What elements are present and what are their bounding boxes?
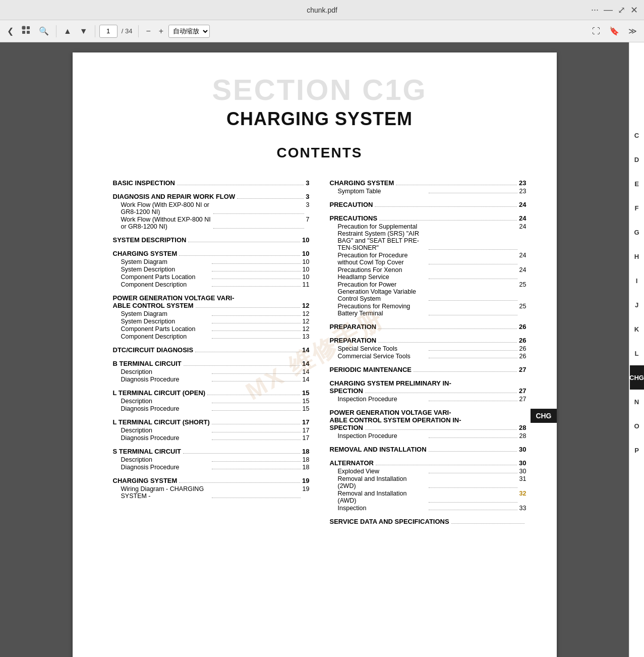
close-icon[interactable]: ✕ bbox=[630, 5, 638, 16]
toolbar-right: ⛶ 🔖 ≫ bbox=[589, 24, 640, 38]
sidebar-letter-chg[interactable]: CHG bbox=[630, 365, 644, 390]
window-title: chunk.pdf bbox=[307, 6, 337, 14]
toc-label: PRECAUTION bbox=[330, 201, 373, 208]
toc-exploded-view: Exploded View 30 bbox=[330, 468, 526, 475]
toc-power-gen: POWER GENERATION VOLTAGE VARI- ABLE CONT… bbox=[113, 294, 310, 309]
toc-l-short-desc: Description 17 bbox=[113, 427, 310, 434]
maximize-icon[interactable]: ⤢ bbox=[618, 5, 625, 16]
toc-precaution: PRECAUTION 24 bbox=[330, 201, 526, 208]
right-sidebar: C D E F G H I J K L CHG N O P bbox=[629, 42, 644, 657]
toc-system-desc-2: System Description 12 bbox=[113, 318, 310, 325]
page-number-input[interactable]: 1 bbox=[99, 25, 118, 38]
chg-badge: CHG bbox=[531, 409, 556, 423]
search-button[interactable]: 🔍 bbox=[36, 24, 52, 38]
toc-label: PREPARATION bbox=[330, 337, 377, 344]
minimize-icon[interactable]: — bbox=[604, 5, 613, 15]
sidebar-letter-k[interactable]: K bbox=[630, 317, 644, 341]
toc-preparation-26: PREPARATION 26 bbox=[330, 323, 526, 331]
toc-label: DTC/CIRCUIT DIAGNOSIS bbox=[113, 346, 194, 354]
nav-back-button[interactable]: ❮ bbox=[4, 24, 17, 38]
sidebar-letter-g[interactable]: G bbox=[630, 220, 644, 244]
toc-chg-prelim: CHARGING SYSTEM PRELIMINARY IN- SPECTION… bbox=[330, 379, 526, 395]
toc-xenon-precaution: Precautions For Xenon Headlamp Service 2… bbox=[330, 266, 526, 281]
toc-left-column: BASIC INSPECTION 3 DIAGNOSIS AND REPAIR … bbox=[113, 173, 310, 526]
toc-page: 24 bbox=[519, 214, 526, 222]
more-tools-button[interactable]: ≫ bbox=[625, 24, 640, 38]
pdf-page: MX 维修手册 SECTION C1G CHARGING SYSTEM CONT… bbox=[73, 52, 557, 657]
toc-diagnosis-repair: DIAGNOSIS AND REPAIR WORK FLOW 3 bbox=[113, 193, 310, 200]
sidebar-letter-c[interactable]: C bbox=[630, 123, 644, 147]
toc-system-description: SYSTEM DESCRIPTION 10 bbox=[113, 236, 310, 244]
zoom-out-button[interactable]: − bbox=[143, 25, 153, 38]
toc-commercial-tools: Commercial Service Tools 26 bbox=[330, 353, 526, 360]
sidebar-letter-o[interactable]: O bbox=[630, 414, 644, 438]
toc-label: SERVICE DATA AND SPECIFICATIONS bbox=[330, 518, 449, 525]
toc-l-open-desc: Description 15 bbox=[113, 398, 310, 405]
toc-insp-proc-1: Inspection Procedure 27 bbox=[330, 396, 526, 403]
charging-system-title: CHARGING SYSTEM bbox=[113, 108, 526, 130]
toc-page: 15 bbox=[302, 389, 309, 397]
toc-page: 19 bbox=[302, 477, 309, 484]
prev-page-button[interactable]: ▲ bbox=[61, 25, 75, 38]
toc-wiring-diagram: Wiring Diagram - CHARGING SYSTEM - 19 bbox=[113, 485, 310, 500]
sidebar-letter-e[interactable]: E bbox=[630, 172, 644, 196]
sidebar-letter-l[interactable]: L bbox=[630, 341, 644, 365]
toc-label: CHARGING SYSTEM bbox=[330, 179, 394, 187]
toc-page: 14 bbox=[302, 346, 309, 354]
toc-page: 3 bbox=[306, 193, 309, 200]
toc-page: 30 bbox=[519, 459, 526, 467]
toc-s-terminal: S TERMINAL CIRCUIT 18 bbox=[113, 448, 310, 455]
toc-power-gen-vari: POWER GENERATION VOLTAGE VARI- ABLE CONT… bbox=[330, 409, 526, 431]
toc-system-diagram-1: System Diagram 10 bbox=[113, 258, 310, 265]
next-page-button[interactable]: ▼ bbox=[77, 25, 91, 38]
thumbnails-button[interactable] bbox=[19, 24, 34, 39]
toc-label: B TERMINAL CIRCUIT bbox=[113, 360, 182, 367]
toc-comp-parts-loc-1: Component Parts Location 10 bbox=[113, 273, 310, 281]
toc-label: L TERMINAL CIRCUIT (OPEN) bbox=[113, 389, 206, 397]
more-options-icon[interactable]: ··· bbox=[591, 5, 599, 15]
toc-system-desc-1: System Description 10 bbox=[113, 266, 310, 273]
toc-power-gen-precaution: Precaution for Power Generation Voltage … bbox=[330, 281, 526, 302]
toc-label: CHARGING SYSTEM bbox=[113, 250, 178, 257]
toc-page: 10 bbox=[302, 250, 309, 257]
toc-page: 18 bbox=[302, 448, 309, 455]
toc-charging-system-19: CHARGING SYSTEM 19 bbox=[113, 477, 310, 484]
toc-label: REMOVAL AND INSTALLATION bbox=[330, 446, 427, 453]
fullscreen-button[interactable]: ⛶ bbox=[589, 25, 603, 38]
toc-special-tools: Special Service Tools 26 bbox=[330, 345, 526, 352]
toc-page: 23 bbox=[519, 179, 526, 187]
contents-heading: CONTENTS bbox=[113, 145, 526, 161]
sidebar-letter-h[interactable]: H bbox=[630, 244, 644, 268]
toc-system-diagram-2: System Diagram 12 bbox=[113, 310, 310, 317]
toc-label: SYSTEM DESCRIPTION bbox=[113, 236, 187, 244]
toc-b-desc: Description 14 bbox=[113, 368, 310, 375]
sidebar-letter-p[interactable]: P bbox=[630, 438, 644, 462]
separator-2 bbox=[95, 25, 95, 37]
toc-srs-precaution: Precaution for Supplemental Restraint Sy… bbox=[330, 223, 526, 251]
toc-page: 30 bbox=[519, 446, 526, 453]
sidebar-letter-i[interactable]: I bbox=[630, 268, 644, 293]
bookmark-button[interactable]: 🔖 bbox=[606, 24, 622, 38]
toc-page: 26 bbox=[519, 323, 526, 331]
zoom-select[interactable]: 自动缩放 50% 75% 100% 125% 150% 200% bbox=[168, 25, 210, 38]
sidebar-letter-f[interactable]: F bbox=[630, 196, 644, 220]
toc-label: CHARGING SYSTEM bbox=[113, 477, 178, 484]
toc-inspection: Inspection 33 bbox=[330, 505, 526, 512]
pdf-viewer[interactable]: MX 维修手册 SECTION C1G CHARGING SYSTEM CONT… bbox=[0, 42, 629, 657]
toc-workflowwithout: Work Flow (Without EXP-800 NI or GR8-120… bbox=[113, 216, 310, 230]
toc-label: BASIC INSPECTION bbox=[113, 179, 175, 187]
toc-s-desc: Description 18 bbox=[113, 456, 310, 463]
toc-b-terminal: B TERMINAL CIRCUIT 14 bbox=[113, 360, 310, 367]
toc-charging-system-23: CHARGING SYSTEM 23 bbox=[330, 179, 526, 187]
window-controls: ··· — ⤢ ✕ bbox=[591, 5, 638, 16]
toc-symptom-table: Symptom Table 23 bbox=[330, 188, 526, 195]
toc-preparation-26b: PREPARATION 26 bbox=[330, 337, 526, 344]
zoom-in-button[interactable]: + bbox=[156, 25, 166, 38]
toc-s-diag: Diagnosis Procedure 18 bbox=[113, 464, 310, 471]
sidebar-letter-j[interactable]: J bbox=[630, 293, 644, 317]
toc-comp-desc-1: Component Description 11 bbox=[113, 281, 310, 288]
toc-comp-parts-loc-2: Component Parts Location 12 bbox=[113, 325, 310, 333]
sidebar-letter-n[interactable]: N bbox=[630, 390, 644, 414]
toc-l-short: L TERMINAL CIRCUIT (SHORT) 17 bbox=[113, 418, 310, 426]
sidebar-letter-d[interactable]: D bbox=[630, 147, 644, 172]
